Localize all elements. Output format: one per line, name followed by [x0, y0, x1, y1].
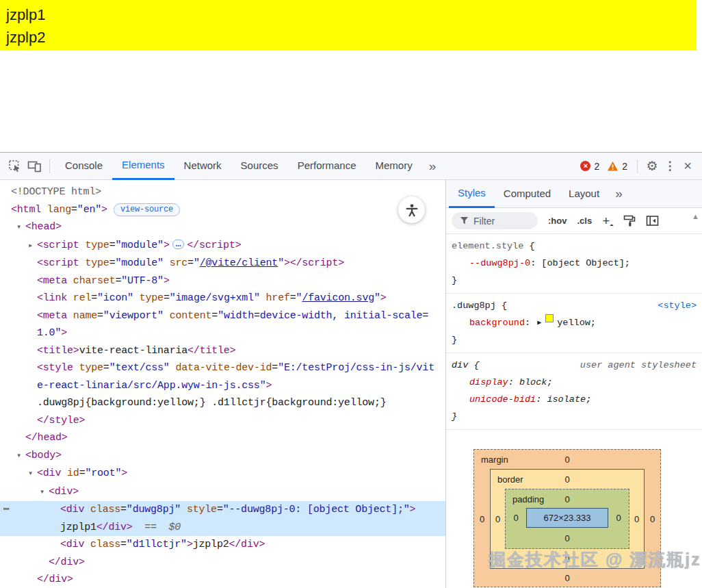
scrollbar-up-icon[interactable]: ▲	[692, 212, 699, 220]
code-line[interactable]: e-react-linaria/src/App.wyw-in-js.css">	[0, 377, 445, 395]
margin-right-value[interactable]: 0	[645, 514, 660, 524]
error-icon[interactable]: ×	[580, 161, 590, 171]
new-style-rule-button[interactable]: +	[602, 214, 613, 229]
tab-elements[interactable]: Elements	[112, 153, 174, 180]
rule-selector[interactable]: element.style	[452, 238, 523, 255]
tab-network[interactable]: Network	[174, 153, 231, 180]
code-line[interactable]: ▾<div id="root">	[0, 465, 445, 483]
code-token: =	[290, 292, 296, 304]
device-toolbar-icon[interactable]	[25, 157, 44, 176]
border-label: border	[497, 474, 523, 485]
box-model-content[interactable]: 672×23.333	[526, 508, 608, 528]
code-line[interactable]: <style type="text/css" data-vite-dev-id=…	[0, 359, 445, 377]
property-value[interactable]: yellow;	[557, 314, 596, 331]
more-options-icon[interactable]: ⋮	[661, 157, 679, 175]
settings-gear-icon[interactable]: ⚙	[643, 157, 661, 175]
code-line[interactable]: <!DOCTYPE html>	[0, 183, 445, 201]
box-model-margin[interactable]: margin 0 0 border 0 0	[473, 449, 661, 587]
code-line[interactable]: </div>	[0, 571, 445, 588]
tab-layout[interactable]: Layout	[560, 180, 608, 208]
code-line[interactable]: ▸<script type="module">…</script>	[0, 237, 445, 255]
code-line[interactable]: ▾<head>	[0, 218, 445, 237]
code-line[interactable]: <meta charset="UTF-8">	[0, 272, 445, 290]
padding-bottom-value[interactable]: 0	[564, 533, 569, 544]
property-value[interactable]: : [object Object];	[530, 255, 630, 272]
code-line[interactable]: <title>vite-react-linaria</title>	[0, 342, 445, 360]
property-name[interactable]: unicode-bidi	[469, 391, 536, 408]
property-name[interactable]: display	[469, 374, 508, 391]
rule-selector[interactable]: div	[452, 357, 468, 374]
padding-right-value[interactable]: 0	[608, 513, 629, 523]
property-name[interactable]: --duwg8pj-0	[469, 255, 530, 272]
twisty-collapsed-icon[interactable]: ▸	[28, 238, 37, 255]
tab-sources[interactable]: Sources	[231, 153, 288, 180]
code-token: =	[91, 292, 97, 304]
inline-expand-button[interactable]: …	[172, 240, 185, 249]
styles-filter-input[interactable]: Filter	[452, 212, 538, 229]
code-line[interactable]: <html lang="en">view-source	[0, 201, 445, 219]
code-line[interactable]: ▾<body>	[0, 447, 445, 465]
code-line[interactable]: jzplp1</div> == $0	[0, 519, 445, 537]
code-line[interactable]: ⋯<div class="duwg8pj" style="--duwg8pj-0…	[0, 501, 445, 519]
code-line[interactable]: <meta name="viewport" content="width=dev…	[0, 307, 445, 325]
warning-icon[interactable]	[607, 161, 619, 172]
property-value[interactable]: : block;	[508, 374, 553, 391]
code-token: <script	[37, 240, 79, 251]
toggle-sidebar-icon[interactable]	[646, 215, 659, 227]
element-classes-toggle[interactable]: .cls	[577, 216, 592, 226]
inspect-element-icon[interactable]	[5, 157, 25, 176]
code-line[interactable]: </style>	[0, 412, 445, 430]
tab-performance[interactable]: Performance	[288, 153, 366, 180]
code-line[interactable]: </head>	[0, 429, 445, 447]
border-left-value[interactable]: 0	[491, 514, 505, 524]
twisty-expanded-icon[interactable]: ▾	[28, 465, 37, 483]
code-line[interactable]: <link rel="icon" type="image/svg+xml" hr…	[0, 290, 445, 307]
property-value[interactable]: : isolate;	[536, 391, 591, 408]
margin-top-value[interactable]: 0	[564, 455, 569, 465]
rule-header: .duwg8pj { <style>	[446, 297, 702, 314]
stylesheet-source-link[interactable]: <style>	[658, 297, 697, 314]
close-devtools-icon[interactable]: ×	[679, 157, 697, 175]
twisty-expanded-icon[interactable]: ▾	[16, 219, 25, 237]
code-line[interactable]: 1.0">	[0, 324, 445, 342]
more-tabs-icon[interactable]: »	[422, 159, 443, 174]
tab-memory[interactable]: Memory	[366, 153, 422, 180]
warning-count[interactable]: 2	[622, 161, 627, 172]
padding-left-value[interactable]: 0	[506, 513, 526, 523]
border-right-value[interactable]: 0	[629, 514, 644, 524]
expand-value-arrow-icon[interactable]: ▶	[537, 314, 541, 331]
line-overflow-menu-icon[interactable]: ⋯	[3, 501, 10, 519]
code-line[interactable]: <div class="d1llctjr">jzplp2</div>	[0, 536, 445, 554]
tab-computed[interactable]: Computed	[495, 180, 560, 208]
view-source-badge[interactable]: view-source	[114, 203, 180, 216]
code-token: src	[170, 257, 187, 269]
box-model-border[interactable]: border 0 0 padding 0	[490, 469, 645, 569]
tab-console[interactable]: Console	[55, 153, 112, 180]
paint-format-icon[interactable]	[623, 215, 636, 227]
code-token: "	[374, 292, 380, 304]
padding-top-value[interactable]: 0	[564, 494, 569, 504]
box-model-padding[interactable]: padding 0 0 672×23.333 0 0	[505, 489, 629, 549]
margin-bottom-value[interactable]: 0	[564, 573, 569, 583]
accessibility-floating-button[interactable]	[398, 196, 425, 223]
more-sidebar-tabs-icon[interactable]: »	[608, 186, 629, 201]
code-token: =	[115, 275, 121, 287]
twisty-expanded-icon[interactable]: ▾	[16, 448, 25, 465]
border-bottom-value[interactable]: 0	[564, 554, 569, 564]
code-token	[260, 292, 266, 304]
twisty-expanded-icon[interactable]: ▾	[40, 484, 49, 502]
pseudo-state-toggle[interactable]: :hov	[548, 216, 567, 226]
error-count[interactable]: 2	[594, 161, 599, 172]
code-token: <div>	[49, 486, 79, 498]
code-line[interactable]: ▾<div>	[0, 483, 445, 502]
color-swatch[interactable]	[545, 314, 554, 322]
margin-left-value[interactable]: 0	[474, 514, 490, 524]
property-name[interactable]: background	[469, 314, 525, 331]
code-line[interactable]: </div>	[0, 554, 445, 572]
tab-styles[interactable]: Styles	[449, 180, 495, 208]
border-top-value[interactable]: 0	[564, 474, 569, 485]
code-token: id	[67, 468, 79, 479]
code-line[interactable]: <script type="module" src="/@vite/client…	[0, 255, 445, 272]
code-line[interactable]: .duwg8pj{background:yellow;} .d1llctjr{b…	[0, 394, 445, 412]
rule-selector[interactable]: .duwg8pj	[452, 297, 496, 314]
